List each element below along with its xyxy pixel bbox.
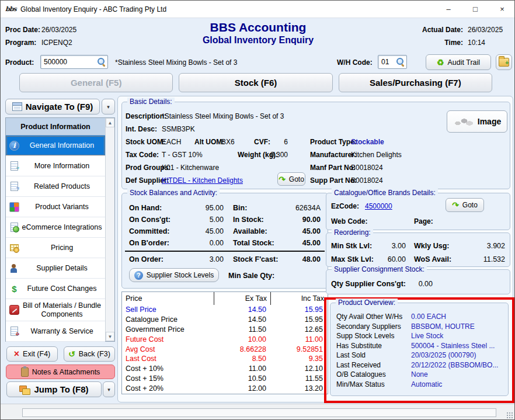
overview-label: Last Sold	[336, 351, 411, 359]
sidebar-item-product-variants[interactable]: Product Variants	[6, 197, 105, 217]
stock-value: 90.00	[293, 216, 321, 224]
wh-code-search-icon[interactable]	[396, 58, 405, 66]
overview-value: 0.00 EACH	[411, 313, 502, 321]
price-inc-tax: 11.55	[271, 374, 328, 383]
sidebar-item-label: eCommerce Integrations	[20, 223, 104, 231]
product-type-value: Stockable	[351, 137, 384, 147]
jump-to-button[interactable]: Jump To (F8)	[6, 381, 102, 397]
stock-value: 0.00	[187, 239, 224, 247]
price-ex-tax: 14.50	[214, 306, 271, 314]
stock-value: 48.00	[293, 255, 321, 263]
sidebar-scrollbar[interactable]: ▲ ▼	[105, 118, 114, 341]
maximize-button[interactable]: □	[462, 1, 489, 18]
stock-row: On Cons'gt:5.00In Stock:90.00	[123, 214, 326, 225]
cvf-value: 6	[266, 137, 288, 147]
stock-label: Committed:	[129, 227, 187, 235]
alt-uom-value: BX6	[221, 137, 235, 147]
stock-balances-section: Stock Balances and Activity: On Hand:95.…	[121, 193, 328, 289]
sidebar-item-related-products[interactable]: =Related Products	[6, 176, 105, 197]
wh-code-label: W/H Code:	[337, 58, 373, 67]
scroll-down-icon[interactable]: ▼	[106, 332, 114, 341]
price-row-label: Sell Price	[122, 306, 214, 314]
stock-value: 62634A	[293, 204, 321, 212]
stock-label: On Cons'gt:	[129, 216, 187, 224]
overview-label: Last Received	[336, 361, 411, 369]
supplier-stock-levels-label: Supplier Stock Levels	[147, 271, 214, 279]
resize-grip[interactable]	[506, 411, 513, 419]
price-inc-tax: 12.65	[271, 325, 328, 334]
scroll-up-icon[interactable]: ▲	[106, 118, 114, 127]
general-information-icon: i	[9, 141, 19, 151]
min-stk-label: Min Stk Lvl:	[331, 242, 377, 250]
product-description: *Stainless Steel Mixing Bowls - Set of 3	[115, 58, 237, 67]
tab-general-f5[interactable]: General (F5)	[19, 73, 173, 92]
price-col-header: Inc Tax	[271, 292, 328, 305]
price-inc-tax: 12.10	[271, 365, 328, 373]
price-ex-tax: 14.50	[214, 315, 271, 324]
price-inc-tax: 9.35	[271, 355, 328, 363]
manufacturer-value: Kitchen Delights	[351, 150, 402, 159]
exit-label: Exit (F4)	[23, 350, 50, 358]
price-row-label: Cost + 10%	[122, 365, 214, 373]
sidebar-item-bill-of-materials[interactable]: Bill of Materials / Bundle Components	[6, 299, 105, 321]
ezcode-link[interactable]: 4500000	[365, 202, 392, 211]
page-label: Page:	[414, 217, 433, 226]
navigate-to-label: Navigate To (F9)	[26, 102, 93, 112]
stock-value: 5.00	[187, 216, 224, 224]
price-inc-tax: 13.20	[271, 384, 328, 393]
sidebar-item-supplier-details[interactable]: Supplier Details	[6, 258, 105, 279]
price-ex-tax: 10.00	[214, 335, 271, 343]
int-desc-label: Int. Desc:	[126, 124, 157, 134]
qty-consignment-value: 0.00	[403, 279, 433, 289]
ezcode-goto-label: Goto	[462, 201, 478, 209]
tab-sales-purchasing-f7[interactable]: Sales/Purchasing (F7)	[339, 73, 492, 92]
product-input[interactable]: 500000	[40, 55, 108, 69]
sidebar-item-ecommerce-integrations[interactable]: eCommerce Integrations	[6, 217, 105, 238]
image-button-label: Image	[478, 117, 501, 126]
image-button[interactable]: Image	[447, 110, 507, 133]
stock-rows: On Hand:95.00Bin:62634AOn Cons'gt:5.00In…	[123, 202, 326, 265]
stock-row: On B'order:0.00Total Stock:45.00	[123, 237, 326, 249]
minimize-button[interactable]: –	[435, 1, 462, 18]
sidebar-item-pricing[interactable]: Pricing	[6, 238, 105, 258]
price-row: Last Cost8.509.35	[122, 354, 328, 364]
overview-row: Supp Stock LevelsLive Stock	[332, 331, 507, 341]
price-ex-tax: 8.50	[214, 355, 271, 363]
price-row: Future Cost10.0011.00	[122, 334, 328, 344]
tab-stock-f6[interactable]: Stock (F6)	[179, 73, 332, 92]
more-information-icon: +	[9, 161, 19, 171]
navigate-to-button[interactable]: Navigate To (F9)	[5, 99, 100, 114]
overview-row: Min/Max StatusAutomatic	[332, 380, 507, 390]
price-inc-tax: 9.52851	[271, 345, 328, 353]
new-enquiry-button[interactable]: +	[496, 54, 512, 70]
exit-button[interactable]: × Exit (F4)	[6, 346, 58, 362]
supplier-stock-levels-button[interactable]: ? Supplier Stock Levels	[129, 268, 219, 282]
stock-uom-value: EACH	[162, 137, 181, 147]
actual-date-label: Actual Date:	[413, 25, 463, 34]
sidebar-item-label: More Information	[20, 162, 104, 170]
close-button[interactable]: ×	[489, 1, 515, 18]
web-code-label: Web Code:	[331, 217, 367, 226]
sidebar-item-warranty-service[interactable]: ◆Warranty & Service	[6, 321, 105, 342]
qty-consignment-label: Qty Supplier Cons'gt:	[331, 279, 406, 289]
title-bar: bbs Global Inventory Enquiry - ABC Tradi…	[1, 1, 515, 18]
manf-part-label: Manf Part No:	[310, 163, 356, 172]
ezcode-goto-button[interactable]: ↷ Goto	[446, 198, 484, 212]
related-products-icon: =	[9, 182, 19, 192]
notes-attachments-button[interactable]: Notes & Attachments	[6, 365, 115, 379]
product-search-icon[interactable]	[98, 58, 106, 66]
sidebar-item-more-information[interactable]: +More Information	[6, 156, 105, 176]
def-supplier-link[interactable]: KITDEL - Kitchen Delights	[162, 176, 243, 185]
wh-code-input[interactable]: 01	[378, 55, 407, 69]
navigate-to-dropdown[interactable]: ▾	[102, 99, 115, 114]
price-row-label: Last Cost	[122, 355, 214, 363]
jump-to-dropdown[interactable]: ▾	[103, 381, 115, 397]
back-button[interactable]: ↺ Back (F3)	[64, 346, 115, 362]
audit-trail-button[interactable]: ♻ Audit Trail	[426, 54, 491, 70]
time-label: Time:	[413, 38, 463, 47]
supplier-goto-button[interactable]: ↷ Goto	[277, 172, 305, 186]
price-row: Avg Cost8.662289.52851	[122, 344, 328, 354]
sidebar-item-general-information[interactable]: iGeneral Information	[6, 136, 105, 156]
sidebar-item-future-cost-changes[interactable]: $Future Cost Changes	[6, 279, 105, 299]
stock-divider	[125, 251, 325, 252]
